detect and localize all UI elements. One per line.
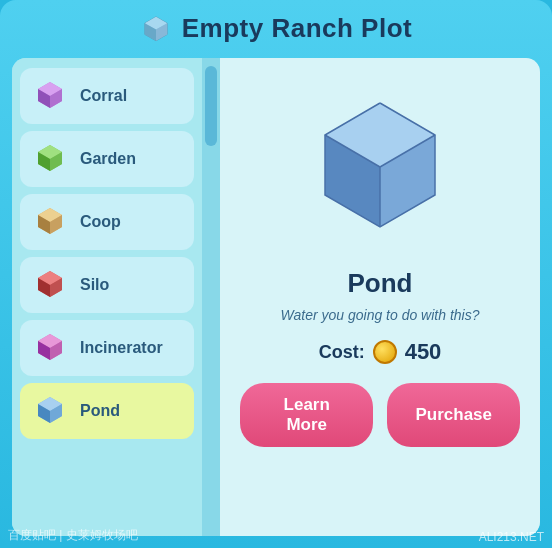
sidebar-item-silo[interactable]: Silo	[20, 257, 194, 313]
cost-label: Cost:	[319, 342, 365, 363]
sidebar-item-corral[interactable]: Corral	[20, 68, 194, 124]
silo-icon	[32, 267, 68, 303]
sidebar-item-garden-label: Garden	[80, 150, 136, 168]
sidebar-item-garden[interactable]: Garden	[20, 131, 194, 187]
coop-icon	[32, 204, 68, 240]
scrollbar[interactable]	[202, 58, 220, 536]
item-image	[290, 78, 470, 258]
watermark-left: 百度贴吧 | 史莱姆牧场吧	[8, 527, 138, 544]
sidebar: Corral Garden Co	[12, 58, 202, 536]
item-desc: Water you going to do with this?	[281, 307, 480, 323]
detail-panel: Pond Water you going to do with this? Co…	[220, 58, 540, 536]
buttons-row: Learn More Purchase	[240, 383, 520, 447]
coin-icon	[373, 340, 397, 364]
page-title: Empty Ranch Plot	[182, 13, 412, 44]
title-bar: Empty Ranch Plot	[140, 12, 412, 44]
title-icon	[140, 12, 172, 44]
sidebar-item-corral-label: Corral	[80, 87, 127, 105]
sidebar-item-coop-label: Coop	[80, 213, 121, 231]
garden-icon	[32, 141, 68, 177]
sidebar-item-silo-label: Silo	[80, 276, 109, 294]
scrollbar-thumb[interactable]	[205, 66, 217, 146]
sidebar-item-incinerator[interactable]: Incinerator	[20, 320, 194, 376]
purchase-button[interactable]: Purchase	[387, 383, 520, 447]
corral-icon	[32, 78, 68, 114]
cost-row: Cost: 450	[319, 339, 442, 365]
cost-amount: 450	[405, 339, 442, 365]
pond-detail-icon	[305, 93, 455, 243]
sidebar-item-pond-label: Pond	[80, 402, 120, 420]
incinerator-icon	[32, 330, 68, 366]
content-area: Corral Garden Co	[12, 58, 540, 536]
sidebar-item-coop[interactable]: Coop	[20, 194, 194, 250]
main-container: Empty Ranch Plot Corral	[0, 0, 552, 548]
sidebar-item-pond[interactable]: Pond	[20, 383, 194, 439]
sidebar-item-incinerator-label: Incinerator	[80, 339, 163, 357]
learn-more-button[interactable]: Learn More	[240, 383, 373, 447]
watermark-right: ALI213.NET	[479, 530, 544, 544]
item-name: Pond	[348, 268, 413, 299]
pond-icon	[32, 393, 68, 429]
